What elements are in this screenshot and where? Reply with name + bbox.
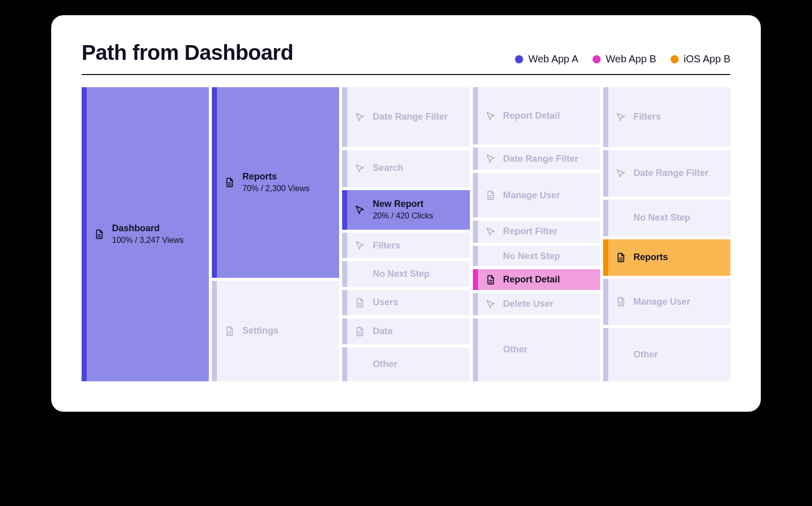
path-node-sublabel: 70% / 2,300 Views [242, 184, 309, 194]
path-node-label: Data [373, 326, 392, 337]
path-node[interactable]: Reports [603, 239, 730, 276]
path-node[interactable]: Users [342, 290, 469, 315]
path-node-label: Report Detail [503, 274, 560, 285]
path-node-label: Reports [634, 251, 668, 263]
path-node-label: No Next Step [373, 268, 429, 280]
path-chart: Dashboard100% / 3,247 ViewsReports70% / … [82, 87, 730, 381]
path-column: Report DetailDate Range FilterManage Use… [473, 87, 600, 381]
path-node[interactable]: Filters [342, 233, 469, 258]
doc-icon [224, 177, 235, 188]
legend-item-webapp-b[interactable]: Web App B [593, 53, 656, 65]
path-node-label: Settings [242, 325, 278, 337]
path-node[interactable]: Report Detail [473, 87, 600, 144]
path-node[interactable]: No Next Step [603, 200, 730, 236]
cursor-icon [354, 240, 365, 251]
path-node[interactable]: Settings [212, 281, 339, 381]
path-node-label: Report Filter [503, 226, 558, 237]
chart-card: Path from Dashboard Web App A Web App B … [51, 15, 761, 412]
cursor-icon [615, 168, 626, 179]
path-node[interactable]: Report Filter [473, 221, 600, 243]
legend-label: Web App A [528, 53, 578, 65]
path-node-label: Date Range Filter [634, 167, 709, 179]
legend-item-ios-app-b[interactable]: iOS App B [671, 53, 730, 65]
path-node-label: Delete User [503, 298, 553, 310]
cursor-icon [615, 112, 626, 123]
path-node[interactable]: Date Range Filter [473, 148, 600, 170]
cursor-icon [485, 111, 496, 122]
cursor-icon [354, 163, 365, 174]
legend-item-webapp-a[interactable]: Web App A [515, 53, 578, 65]
legend-dot [515, 55, 523, 63]
header: Path from Dashboard Web App A Web App B … [82, 41, 730, 75]
path-node-label: Manage User [634, 296, 690, 308]
doc-icon [485, 274, 496, 285]
path-node-label: Filters [634, 111, 661, 123]
legend-dot [593, 55, 601, 63]
path-column: Date Range FilterSearchNew Report20% / 4… [342, 87, 469, 381]
cursor-icon [354, 112, 365, 123]
path-node[interactable]: Data [342, 318, 469, 344]
legend-label: Web App B [606, 53, 656, 65]
doc-icon [615, 296, 626, 307]
path-node[interactable]: Other [473, 318, 600, 381]
path-node[interactable]: Dashboard100% / 3,247 Views [82, 87, 209, 381]
path-node-label: Other [503, 344, 528, 355]
doc-icon [615, 252, 626, 263]
path-node[interactable]: Search [342, 150, 469, 187]
path-node-label: Users [373, 297, 398, 308]
path-node[interactable]: Delete User [473, 293, 600, 315]
path-node-label: New Report20% / 420 Clicks [373, 198, 433, 222]
path-column: Reports70% / 2,300 ViewsSettings [212, 87, 339, 381]
path-node[interactable]: Filters [603, 87, 730, 147]
doc-icon [94, 229, 105, 240]
path-node-label: No Next Step [634, 212, 690, 224]
path-node[interactable]: No Next Step [342, 261, 469, 286]
legend-label: iOS App B [684, 53, 730, 65]
path-column: Dashboard100% / 3,247 Views [82, 87, 209, 381]
path-node[interactable]: Reports70% / 2,300 Views [212, 87, 339, 278]
path-node-sublabel: 100% / 3,247 Views [112, 235, 183, 246]
cursor-icon [485, 153, 496, 164]
path-node[interactable]: Date Range Filter [342, 87, 469, 147]
doc-icon [354, 297, 365, 308]
cursor-icon [354, 204, 365, 215]
path-node-label: No Next Step [503, 250, 560, 262]
path-node[interactable]: Other [342, 347, 469, 381]
path-node[interactable]: Other [603, 328, 730, 381]
path-node-label: Search [373, 162, 403, 174]
path-node[interactable]: Date Range Filter [603, 150, 730, 197]
path-node-label: Other [373, 358, 397, 370]
path-node[interactable]: Manage User [603, 279, 730, 326]
path-node-label: Dashboard100% / 3,247 Views [112, 223, 183, 246]
path-column: FiltersDate Range FilterNo Next StepRepo… [603, 87, 730, 381]
path-node-label: Date Range Filter [373, 111, 448, 123]
path-node[interactable]: No Next Step [473, 246, 600, 266]
doc-icon [485, 190, 496, 201]
page-title: Path from Dashboard [82, 41, 293, 65]
path-node-label: Reports70% / 2,300 Views [242, 171, 309, 194]
path-node[interactable]: Report Detail [473, 269, 600, 290]
doc-icon [224, 326, 235, 337]
path-node[interactable]: New Report20% / 420 Clicks [342, 190, 469, 230]
path-node[interactable]: Manage User [473, 173, 600, 218]
path-node-label: Filters [373, 240, 400, 251]
legend-dot [671, 55, 679, 63]
cursor-icon [485, 299, 496, 310]
path-node-label: Date Range Filter [503, 153, 578, 165]
path-node-label: Report Detail [503, 110, 560, 122]
path-node-label: Other [634, 349, 658, 360]
doc-icon [354, 326, 365, 337]
path-node-label: Manage User [503, 190, 560, 201]
legend: Web App A Web App B iOS App B [515, 53, 730, 65]
path-node-sublabel: 20% / 420 Clicks [373, 211, 433, 222]
cursor-icon [485, 226, 496, 237]
